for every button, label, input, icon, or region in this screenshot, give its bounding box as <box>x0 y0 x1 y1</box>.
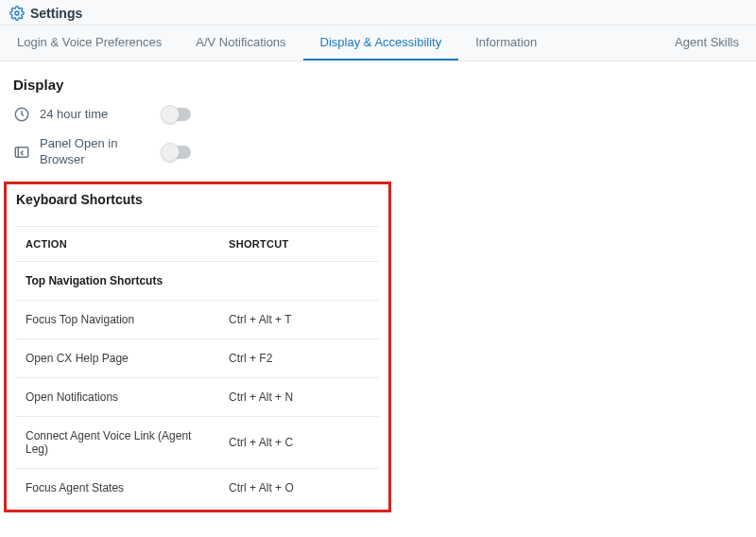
page-title: Settings <box>30 6 82 21</box>
keyboard-shortcuts-highlight: Keyboard Shortcuts ACTION SHORTCUT Top N… <box>4 182 391 512</box>
tabs-nav: Login & Voice Preferences A/V Notificati… <box>0 26 756 61</box>
table-header-row: ACTION SHORTCUT <box>16 226 379 261</box>
tab-login-voice[interactable]: Login & Voice Preferences <box>0 26 179 61</box>
toggle-panel-open[interactable] <box>163 146 191 159</box>
tab-agent-skills[interactable]: Agent Skills <box>658 26 756 61</box>
table-row: Focus Agent States Ctrl + Alt + O <box>16 468 379 507</box>
cell-action: Connect Agent Voice Link (Agent Leg) <box>16 416 219 468</box>
table-row: Open CX Help Page Ctrl + F2 <box>16 338 379 377</box>
gear-icon <box>9 6 25 21</box>
toggle-knob <box>161 143 180 162</box>
col-action: ACTION <box>16 226 219 261</box>
group-top-navigation: Top Navigation Shortcuts <box>16 261 379 300</box>
row-panel-open: Panel Open in Browser <box>13 136 747 168</box>
display-section-title: Display <box>13 77 747 93</box>
cell-action: Open Notifications <box>16 377 219 416</box>
shortcuts-table: ACTION SHORTCUT Top Navigation Shortcuts… <box>16 226 379 508</box>
group-label: Top Navigation Shortcuts <box>16 261 379 300</box>
tab-av-notifications[interactable]: A/V Notifications <box>179 26 302 61</box>
table-row: Open Notifications Ctrl + Alt + N <box>16 377 379 416</box>
cell-action: Open CX Help Page <box>16 338 219 377</box>
row-24-hour-time: 24 hour time <box>13 106 747 123</box>
settings-header: Settings <box>0 0 756 26</box>
cell-action: Focus Top Navigation <box>16 300 219 338</box>
cell-shortcut: Ctrl + F2 <box>219 338 379 377</box>
keyboard-shortcuts-title: Keyboard Shortcuts <box>16 192 379 207</box>
cell-shortcut: Ctrl + Alt + C <box>219 416 379 468</box>
svg-point-0 <box>15 11 19 15</box>
tab-information[interactable]: Information <box>458 26 554 61</box>
tab-display-accessibility[interactable]: Display & Accessibility <box>303 26 459 61</box>
label-panel-open: Panel Open in Browser <box>40 136 163 168</box>
table-row: Focus Top Navigation Ctrl + Alt + T <box>16 300 379 338</box>
cell-action: Focus Agent States <box>16 468 219 507</box>
table-row: Connect Agent Voice Link (Agent Leg) Ctr… <box>16 416 379 468</box>
cell-shortcut: Ctrl + Alt + N <box>219 377 379 416</box>
col-shortcut: SHORTCUT <box>219 226 379 261</box>
panel-open-icon <box>13 144 30 161</box>
toggle-24-hour-time[interactable] <box>163 108 191 121</box>
clock-icon <box>13 106 30 123</box>
cell-shortcut: Ctrl + Alt + T <box>219 300 379 338</box>
toggle-knob <box>161 105 180 124</box>
label-24-hour-time: 24 hour time <box>40 107 163 123</box>
cell-shortcut: Ctrl + Alt + O <box>219 468 379 507</box>
content-area: Display 24 hour time Panel Open in Brows… <box>0 61 756 522</box>
